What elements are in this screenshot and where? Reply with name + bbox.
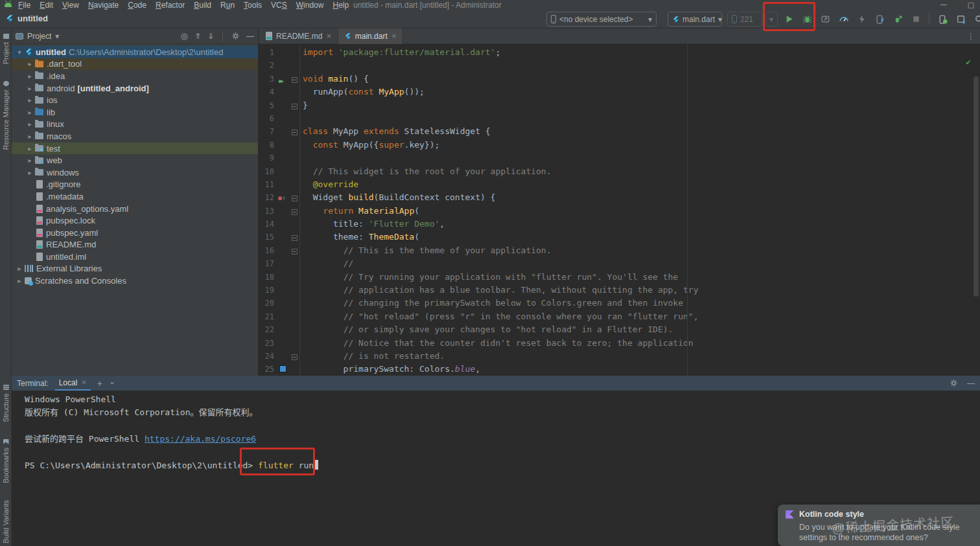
attach-debugger-button[interactable] bbox=[872, 12, 887, 26]
chevron-down-icon[interactable] bbox=[55, 32, 59, 41]
chevron-down-icon[interactable] bbox=[109, 379, 115, 388]
menu-file[interactable]: File bbox=[18, 1, 30, 10]
expand-all-icon[interactable] bbox=[194, 32, 201, 41]
sdk-manager-icon bbox=[956, 14, 966, 24]
menu-edit[interactable]: Edit bbox=[40, 1, 53, 10]
yaml-file-icon bbox=[36, 216, 43, 225]
hide-panel-icon[interactable] bbox=[246, 32, 254, 41]
menu-navigate[interactable]: Navigate bbox=[88, 1, 119, 10]
tree-item[interactable]: .gitignore bbox=[12, 179, 258, 191]
close-icon[interactable] bbox=[391, 32, 397, 40]
locate-file-icon[interactable] bbox=[181, 31, 188, 41]
fold-marker-icon[interactable]: − bbox=[292, 130, 298, 135]
menu-vcs[interactable]: VCS bbox=[271, 1, 287, 10]
folder-icon bbox=[35, 169, 43, 176]
breadcrumb[interactable]: untitled bbox=[5, 14, 48, 23]
terminal-link[interactable]: https://aka.ms/pscore6 bbox=[145, 434, 256, 444]
devtools-button[interactable] bbox=[836, 12, 850, 26]
terminal-output[interactable]: Windows PowerShell版权所有 (C) Microsoft Cor… bbox=[12, 391, 980, 472]
menu-window[interactable]: Window bbox=[296, 1, 324, 10]
tree-item[interactable]: .idea bbox=[12, 70, 258, 82]
editor-scrollbar[interactable] bbox=[974, 76, 979, 297]
stripe-project[interactable]: Project bbox=[2, 34, 10, 64]
maximize-button[interactable] bbox=[966, 0, 976, 10]
menu-view[interactable]: View bbox=[62, 1, 79, 10]
stripe-build-variants[interactable]: Build Variants bbox=[2, 500, 10, 543]
tree-item[interactable]: ios bbox=[12, 94, 258, 106]
gear-icon[interactable] bbox=[231, 32, 240, 40]
line-number: 4 bbox=[259, 85, 278, 98]
code-text: class MyApp extends StatelessWidget { bbox=[300, 125, 491, 138]
tree-item[interactable]: .dart_tool bbox=[12, 58, 258, 71]
tree-item[interactable]: analysis_options.yaml bbox=[12, 203, 258, 215]
stripe-resource-manager[interactable]: Resource Manager bbox=[2, 81, 10, 150]
flutter-attach-button[interactable] bbox=[891, 12, 905, 26]
device-manager-button[interactable] bbox=[935, 12, 950, 26]
gutter-icons bbox=[278, 59, 290, 72]
menu-build[interactable]: Build bbox=[194, 1, 211, 10]
menu-help[interactable]: Help bbox=[332, 1, 349, 10]
close-icon[interactable] bbox=[81, 379, 86, 386]
menu-run[interactable]: Run bbox=[220, 1, 235, 10]
project-view-selector[interactable]: Project bbox=[27, 32, 51, 41]
code-editor[interactable]: 1import 'package:flutter/material.dart';… bbox=[259, 44, 980, 376]
code-line: 4 runApp(const MyApp()); bbox=[259, 85, 980, 98]
tree-item-label: macos bbox=[47, 131, 71, 141]
sdk-manager-button[interactable] bbox=[953, 12, 968, 26]
device-selector[interactable]: <no device selected> bbox=[546, 12, 657, 27]
fold-marker-icon[interactable]: − bbox=[292, 209, 298, 215]
hide-panel-icon[interactable] bbox=[967, 379, 975, 388]
gear-icon[interactable] bbox=[950, 379, 958, 387]
fold-marker-icon[interactable]: − bbox=[292, 77, 298, 83]
tree-item[interactable]: test bbox=[12, 142, 258, 155]
terminal-text: Windows PowerShell bbox=[25, 394, 116, 404]
menu-tools[interactable]: Tools bbox=[244, 1, 262, 10]
chevron-icon bbox=[25, 97, 35, 104]
terminal-tab-local[interactable]: Local bbox=[55, 376, 91, 391]
tree-item[interactable]: Scratches and Consoles bbox=[12, 275, 258, 287]
stop-button[interactable] bbox=[909, 12, 923, 26]
hot-reload-button[interactable] bbox=[854, 12, 869, 26]
project-panel: Project untitledC:\Users\Administrator\D… bbox=[12, 28, 259, 376]
tree-item[interactable]: .metadata bbox=[12, 190, 258, 203]
minimize-button[interactable] bbox=[939, 0, 949, 10]
menu-refactor[interactable]: Refactor bbox=[156, 1, 185, 10]
new-terminal-icon[interactable] bbox=[97, 378, 102, 389]
search-button[interactable] bbox=[972, 12, 980, 26]
more-options-icon[interactable] bbox=[967, 32, 975, 41]
profile-button[interactable] bbox=[818, 12, 832, 26]
override-icon[interactable]: ●↑ bbox=[278, 192, 286, 202]
breadcrumb-project[interactable]: untitled bbox=[18, 14, 48, 23]
external-libraries-icon bbox=[25, 265, 33, 272]
collapse-all-icon[interactable] bbox=[207, 32, 214, 41]
fold-marker-icon[interactable]: − bbox=[292, 354, 298, 360]
tree-item[interactable]: untitled.iml bbox=[12, 251, 258, 263]
tab-readme[interactable]: README.md bbox=[259, 28, 338, 44]
tree-item[interactable]: External Libraries bbox=[12, 263, 258, 275]
tree-item[interactable]: pubspec.lock bbox=[12, 214, 258, 227]
fold-marker-icon[interactable]: − bbox=[292, 249, 298, 255]
tree-item[interactable]: lib bbox=[12, 106, 258, 119]
tree-item[interactable]: untitledC:\Users\Administrator\Desktop\2… bbox=[12, 46, 258, 58]
fold-marker-icon[interactable]: − bbox=[292, 235, 298, 241]
stripe-structure[interactable]: Structure bbox=[2, 385, 10, 422]
menu-code[interactable]: Code bbox=[128, 1, 146, 10]
tree-item[interactable]: linux bbox=[12, 119, 258, 131]
fold-marker-icon[interactable]: − bbox=[292, 104, 298, 109]
fold-marker-icon[interactable]: − bbox=[292, 196, 298, 201]
stripe-bookmarks[interactable]: Bookmarks bbox=[2, 439, 10, 483]
tree-item[interactable]: windows bbox=[12, 166, 258, 179]
close-icon[interactable] bbox=[326, 32, 331, 40]
markdown-file-icon bbox=[36, 240, 43, 249]
tree-item[interactable]: macos bbox=[12, 130, 258, 142]
color-swatch-icon[interactable] bbox=[279, 365, 286, 372]
tab-main-dart[interactable]: main.dart bbox=[338, 28, 403, 44]
tree-item[interactable]: pubspec.yaml bbox=[12, 227, 258, 239]
run-config-selector[interactable]: main.dart bbox=[668, 12, 722, 27]
gutter-icons: ▶▶ bbox=[278, 73, 290, 85]
code-text: // Notice that the counter didn't reset … bbox=[300, 337, 694, 350]
code-line: 16− // This is the theme of your applica… bbox=[259, 244, 980, 257]
tree-item[interactable]: README.md bbox=[12, 239, 258, 251]
tree-item[interactable]: android[untitled_android] bbox=[12, 82, 258, 95]
tree-item[interactable]: web bbox=[12, 154, 258, 166]
